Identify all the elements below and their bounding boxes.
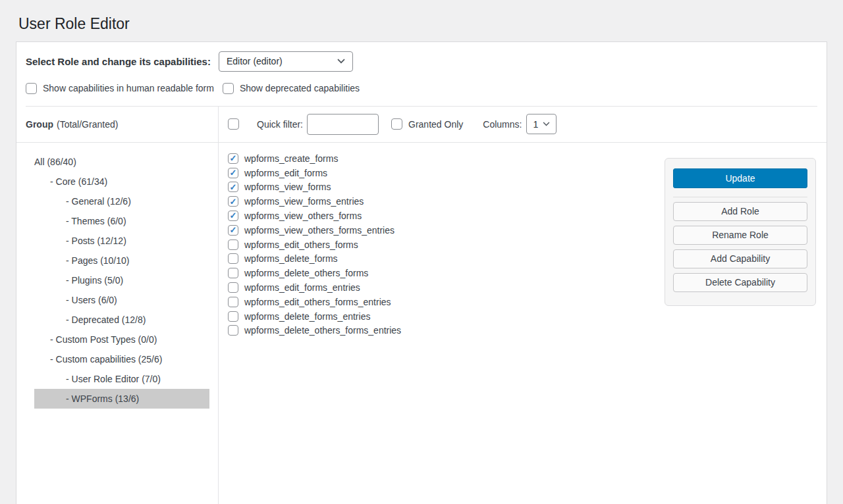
columns-select[interactable]: 1 [526, 114, 557, 134]
group-tree: All (86/40)- Core (61/34)- General (12/6… [16, 143, 218, 409]
capability-label: wpforms_view_forms [244, 182, 331, 192]
capability-checkbox[interactable] [228, 268, 238, 278]
capability-checkbox[interactable] [228, 325, 238, 336]
capability-checkbox[interactable] [228, 282, 238, 293]
show-deprecated-checkbox[interactable] [223, 83, 234, 94]
group-item[interactable]: - Pages (10/10) [34, 251, 209, 270]
capability-checkbox[interactable] [228, 253, 238, 264]
group-item[interactable]: - User Role Editor (7/0) [34, 369, 209, 389]
group-item[interactable]: - WPForms (13/6) [34, 389, 209, 409]
chevron-down-icon [543, 122, 550, 126]
capability-label: wpforms_delete_others_forms_entries [244, 325, 401, 336]
rename-role-button[interactable]: Rename Role [673, 226, 807, 245]
capability-checkbox[interactable] [228, 182, 238, 192]
capability-label: wpforms_view_others_forms [244, 211, 362, 221]
capability-label: wpforms_edit_forms [244, 168, 327, 178]
capability-row: wpforms_delete_forms_entries [228, 309, 827, 324]
capability-label: wpforms_view_forms_entries [244, 196, 364, 207]
capabilities-content: wpforms_create_formswpforms_edit_formswp… [219, 143, 827, 504]
group-item[interactable]: - Core (61/34) [34, 172, 209, 191]
capability-checkbox[interactable] [228, 225, 238, 236]
capability-label: wpforms_edit_others_forms_entries [244, 297, 391, 307]
group-item[interactable]: All (86/40) [34, 152, 209, 172]
human-readable-label: Show capabilities in human readable form [43, 83, 214, 93]
capability-label: wpforms_edit_forms_entries [244, 282, 360, 293]
columns-select-value: 1 [533, 119, 538, 130]
group-column-header: Group (Total/Granted) [16, 107, 218, 143]
quick-filter-input[interactable] [307, 114, 379, 135]
page-title: User Role Editor [0, 0, 843, 41]
group-header-suffix: (Total/Granted) [57, 119, 118, 130]
filter-bar: Quick filter: Granted Only Columns: 1 [219, 107, 827, 143]
show-deprecated-label: Show deprecated capabilities [240, 83, 360, 93]
group-item[interactable]: - Custom capabilities (25/6) [34, 349, 209, 369]
select-all-checkbox[interactable] [228, 118, 239, 130]
role-select-value: Editor (editor) [227, 56, 283, 66]
group-item[interactable]: - Themes (6/0) [34, 211, 209, 231]
granted-only-checkbox[interactable] [391, 118, 402, 130]
group-column: Group (Total/Granted) All (86/40)- Core … [16, 107, 219, 504]
add-capability-button[interactable]: Add Capability [673, 249, 807, 268]
capability-checkbox[interactable] [228, 168, 238, 178]
capability-label: wpforms_create_forms [244, 153, 338, 164]
actions-panel: Update Add RoleRename RoleAdd Capability… [665, 158, 816, 306]
chevron-down-icon [337, 59, 345, 64]
divider [673, 197, 807, 197]
human-readable-checkbox[interactable] [26, 83, 37, 94]
role-select-label: Select Role and change its capabilities: [26, 56, 211, 67]
capability-label: wpforms_view_others_forms_entries [244, 225, 394, 236]
granted-only-label: Granted Only [408, 119, 463, 130]
quick-filter-label: Quick filter: [257, 119, 303, 130]
group-item[interactable]: - Posts (12/12) [34, 231, 209, 251]
add-role-button[interactable]: Add Role [673, 202, 807, 221]
secondary-buttons: Add RoleRename RoleAdd CapabilityDelete … [673, 202, 807, 292]
delete-capability-button[interactable]: Delete Capability [673, 273, 807, 292]
capability-label: wpforms_delete_forms [244, 253, 338, 264]
group-item[interactable]: - Deprecated (12/8) [34, 310, 209, 330]
capabilities-column: Quick filter: Granted Only Columns: 1 wp… [219, 107, 827, 504]
role-select[interactable]: Editor (editor) [219, 51, 353, 72]
capability-label: wpforms_delete_others_forms [244, 268, 368, 278]
capability-row: wpforms_delete_others_forms_entries [228, 323, 827, 338]
capability-checkbox[interactable] [228, 311, 238, 322]
group-item[interactable]: - Users (6/0) [34, 290, 209, 310]
capability-checkbox[interactable] [228, 211, 238, 221]
columns-label: Columns: [483, 119, 522, 130]
capability-checkbox[interactable] [228, 196, 238, 207]
capability-label: wpforms_edit_others_forms [244, 239, 358, 250]
group-item[interactable]: - General (12/6) [34, 191, 209, 211]
top-section: Select Role and change its capabilities:… [16, 42, 827, 107]
group-header-title: Group [26, 119, 53, 130]
capability-label: wpforms_delete_forms_entries [244, 311, 370, 322]
update-button[interactable]: Update [673, 168, 807, 188]
capability-checkbox[interactable] [228, 297, 238, 307]
main-panel: Select Role and change its capabilities:… [16, 41, 827, 504]
capability-checkbox[interactable] [228, 153, 238, 164]
group-item[interactable]: - Custom Post Types (0/0) [34, 330, 209, 349]
group-item[interactable]: - Plugins (5/0) [34, 270, 209, 290]
capability-checkbox[interactable] [228, 239, 238, 250]
